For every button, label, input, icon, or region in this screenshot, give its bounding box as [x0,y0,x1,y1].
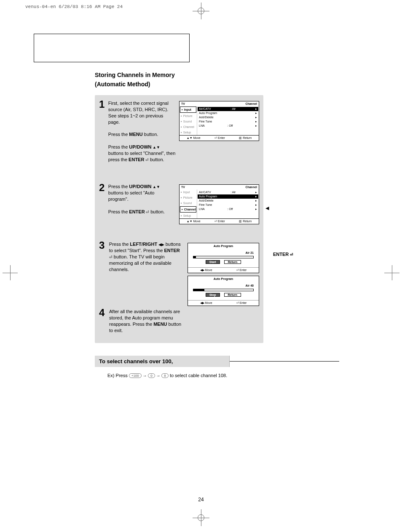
osd1-side-channel: ▪Channel [180,124,197,130]
osd4-btn-stop: Stop [206,293,220,297]
callout-section: To select channels over 100, Ex) Press +… [95,356,356,378]
osd1-side-picture: ▪Picture [180,113,197,119]
osd4-title: Auto Program [188,276,259,282]
osd3-btn-start: Start [206,260,220,264]
section-title: Storing Channels in Memory [95,72,364,78]
callout-prefix: Ex) Press [107,373,128,378]
key-100: +100 [129,373,142,378]
reg-mark-top [193,3,209,19]
osd4-progress [193,289,254,291]
osd2-side-picture: ▪Picture [180,195,197,200]
osd2-section: Channel [245,186,257,189]
osd3-btn-return: Return [224,260,241,264]
osd1-row: Add/Delete [199,115,257,120]
osd1-tv: TV [181,102,185,105]
side-caret-icon: ◀ [265,205,269,211]
osd2-row: Fine Tune [199,203,257,207]
step-2-text: Press the UP/DOWN buttons to select "Aut… [108,183,176,224]
osd3-title: Auto Program [188,243,259,249]
page-content: Storing Channels in Memory (Automatic Me… [95,72,364,378]
osd2-side-sound: ▪Sound [180,200,197,206]
reg-mark-bottom [193,509,209,526]
osd2-row: LNA: Off [199,207,257,211]
step-2-number: 2 [99,183,107,224]
osd-screenshot-3-4: Auto Program Air 21 StartReturn ◀▶ Move⏎… [188,240,259,306]
osd2-row: Add/Delete [199,199,257,203]
osd2-side-input: ▪Input [180,189,197,195]
step-3-number: 3 [99,240,107,306]
step-1-text: First, select the correct signal source … [108,99,176,162]
osd2-tv: TV [181,186,185,189]
osd2-row: Auto Program [198,194,258,199]
osd2-row: Air/CATV: Air [199,190,257,194]
callout-line [230,361,339,362]
osd-screenshot-1: TV Channel ▪Input▪Picture▪Sound▪Channel▪… [179,99,259,162]
step-1: 1 First, select the correct signal sourc… [95,99,263,166]
osd1-side-setup: ▪Setup [180,130,197,135]
osd4-channel: Air 40 [193,284,254,287]
key-0: 0 [148,373,155,378]
osd1-side-sound: ▪Sound [180,119,197,124]
step-1-number: 1 [99,99,107,162]
step-3: 3 Press the LEFT/RIGHT buttons to select… [95,240,263,309]
osd1-row: Auto Program [199,111,257,115]
callout-suffix: to select cable channel 108. [170,373,227,378]
osd1-side-input: ▪Input [180,106,196,113]
step-3-text: Press the LEFT/RIGHT buttons to select "… [109,240,184,306]
osd1-row: LNA: Off [199,124,257,128]
osd2-side-setup: ▪Setup [180,213,197,218]
reg-mark-left [3,265,18,280]
callout-body: Ex) Press +100 0 8 to select cable chann… [95,367,356,378]
step-4-text: After all the available channels are sto… [109,308,185,333]
osd-screenshot-2: TV Channel ▪Input▪Picture▪Sound▪Channel▪… [179,183,259,224]
osd1-section: Channel [245,102,257,105]
side-enter-label: ENTER [273,252,293,257]
osd1-row: Fine Tune [199,120,257,124]
step-2: 2 Press the UP/DOWN buttons to select "A… [95,183,263,228]
steps-column: 1 First, select the correct signal sourc… [95,95,263,343]
empty-frame [34,34,190,62]
section-subtitle: (Automatic Method) [95,81,364,88]
osd1-row: Air/CATV: Air [198,107,258,111]
print-slug: venus-04-en 6/28/03 8:16 AM Page 24 [25,4,123,9]
step-4-number: 4 [99,308,107,333]
key-8: 8 [161,373,168,378]
osd4-btn-return: Return [224,293,241,297]
osd2-side-channel: ▪Channel [180,206,196,213]
osd3-progress [193,256,254,258]
step-4: 4 After all the available channels are s… [95,308,263,337]
callout-heading: To select channels over 100, [95,356,230,367]
page-number: 24 [198,497,204,503]
reg-mark-right [384,265,399,280]
osd3-channel: Air 21 [193,251,254,254]
